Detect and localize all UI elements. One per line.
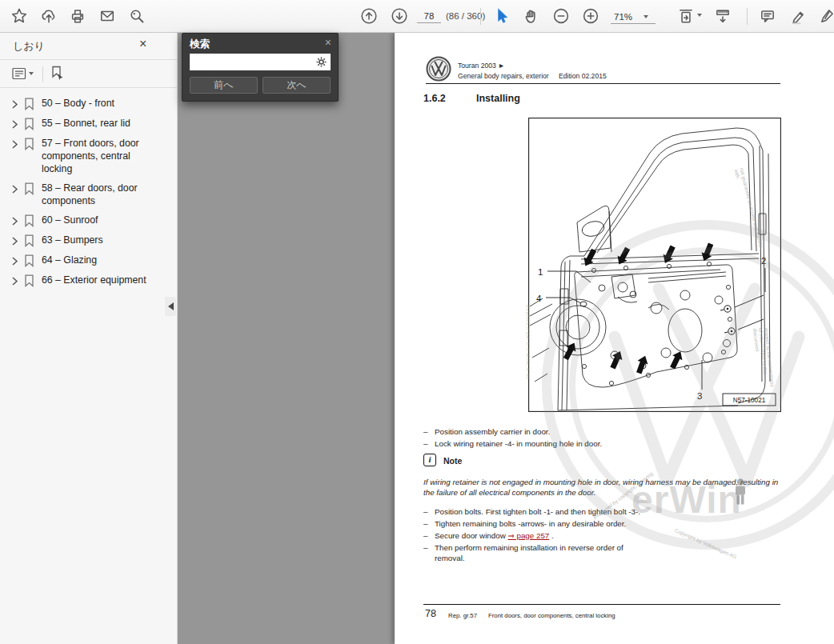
footer-rule — [423, 604, 780, 605]
zoom-out-icon[interactable] — [552, 7, 570, 25]
step-text: Lock wiring retainer -4- in mounting hol… — [435, 438, 602, 449]
chevron-right-icon[interactable] — [11, 257, 18, 266]
comment-icon[interactable] — [759, 7, 776, 25]
search-next-button[interactable]: 次へ — [263, 77, 331, 94]
step-item: – Then perform remaining installation in… — [423, 542, 664, 563]
close-icon[interactable]: × — [139, 37, 146, 51]
step-item: – Secure door window ⇒ page 257 . — [423, 530, 554, 541]
step-text: Position assembly carrier in door. — [435, 426, 550, 437]
search-icon[interactable] — [128, 7, 146, 25]
section-title: Installing — [476, 93, 520, 104]
step-item: – Position assembly carrier in door. — [423, 426, 550, 437]
bookmark-icon — [24, 138, 34, 150]
chevron-right-icon[interactable] — [11, 120, 18, 129]
page-fit-icon[interactable] — [677, 7, 695, 25]
section-number: 1.6.2 — [423, 93, 446, 104]
figure-callout-3: 3 — [697, 391, 702, 401]
chevron-down-icon[interactable] — [697, 14, 702, 17]
chevron-left-icon — [168, 302, 174, 310]
list-dash: – — [423, 530, 435, 541]
page-number-input[interactable] — [417, 9, 441, 23]
bookmark-icon — [24, 234, 34, 247]
figure-callout-1: 1 — [538, 267, 543, 277]
bookmark-item-63-bumpers[interactable]: 63 – Bumpers — [6, 234, 174, 247]
chevron-right-icon[interactable] — [11, 185, 18, 194]
figure-callout-2: 2 — [761, 256, 766, 266]
vw-logo — [426, 56, 451, 82]
bookmark-options-icon[interactable] — [12, 67, 26, 81]
step-text: Then perform remaining installation in r… — [435, 542, 641, 563]
zoom-level-dropdown[interactable]: 71% — [611, 10, 656, 24]
bookmark-item-50-body-front[interactable]: 50 – Body - front — [6, 97, 174, 110]
footer-chapter: Front doors, door components, central lo… — [488, 612, 615, 619]
bookmark-item-64-glazing[interactable]: 64 – Glazing — [6, 254, 174, 267]
bookmark-label: 58 – Rear doors, door components — [42, 182, 163, 207]
footer-repair-group: Rep. gr.57 — [448, 612, 477, 619]
bookmark-item-60-sunroof[interactable]: 60 – Sunroof — [6, 214, 174, 227]
next-page-button[interactable] — [391, 7, 408, 25]
page-257-link[interactable]: ⇒ page 257 — [508, 531, 550, 540]
bookmark-item-55-bonnet[interactable]: 55 – Bonnet, rear lid — [6, 117, 174, 130]
share-upload-icon[interactable] — [40, 7, 58, 25]
doc-header-edition: Edition 02.2015 — [559, 72, 607, 80]
bookmarks-panel-header: しおり × — [0, 33, 177, 60]
list-dash: – — [423, 426, 435, 437]
step-text: Position bolts. First tighten bolt -1- a… — [435, 506, 640, 517]
chevron-right-icon[interactable] — [11, 277, 18, 286]
sidebar-collapse-handle[interactable] — [165, 297, 176, 316]
bookmark-label: 60 – Sunroof — [42, 214, 98, 226]
watermark-text: Copyright by Volkswagen AG — [674, 527, 737, 559]
chevron-right-icon[interactable] — [11, 237, 18, 246]
toolbar-divider — [480, 8, 481, 25]
header-rule — [426, 83, 780, 84]
note-icon: i — [423, 454, 436, 466]
search-dialog-buttons: 前へ 次へ — [190, 77, 331, 94]
locate-bookmark-icon[interactable] — [50, 66, 65, 81]
door-assembly-figure: 1 2 3 4 N57-10021 — [528, 118, 781, 412]
print-icon[interactable] — [69, 7, 86, 25]
search-input[interactable] — [190, 54, 331, 70]
chevron-right-icon[interactable] — [11, 217, 18, 226]
bookmark-label: 50 – Body - front — [42, 97, 114, 110]
doc-header-subtitle: General body repairs, exterior — [458, 72, 549, 80]
chevron-right-icon[interactable] — [11, 140, 18, 149]
chevron-down-icon[interactable] — [29, 72, 34, 75]
bookmark-icon — [24, 274, 34, 287]
search-dialog-titlebar[interactable]: 検索 × — [182, 34, 338, 53]
page-count-label: (86 / 360) — [446, 11, 485, 21]
bookmark-item-58-rear-doors[interactable]: 58 – Rear doors, door components — [6, 182, 174, 207]
highlight-icon[interactable] — [789, 7, 807, 25]
previous-page-button[interactable] — [360, 7, 378, 25]
list-dash: – — [423, 506, 435, 517]
bookmarks-panel-title: しおり — [13, 39, 45, 54]
bookmark-label: 55 – Bonnet, rear lid — [42, 117, 130, 130]
search-input-wrap — [190, 54, 331, 70]
bookmark-item-66-exterior[interactable]: 66 – Exterior equipment — [6, 274, 174, 287]
search-dialog: 検索 × 前へ 次へ — [182, 33, 339, 102]
hand-tool-icon[interactable] — [523, 7, 540, 25]
step-text-pre: Secure door window — [435, 531, 508, 540]
star-icon[interactable] — [10, 7, 28, 25]
main-toolbar: (86 / 360) 71% — [0, 0, 834, 33]
bookmark-label: 64 – Glazing — [42, 254, 97, 266]
search-previous-button[interactable]: 前へ — [190, 77, 258, 94]
measure-icon[interactable] — [714, 7, 732, 25]
bookmark-icon — [24, 254, 34, 267]
bookmarks-panel: しおり × 50 – Body - front 55 – Bonnet, rea… — [0, 33, 178, 644]
step-item: – Position bolts. First tighten bolt -1-… — [423, 506, 640, 517]
close-icon[interactable]: × — [325, 36, 331, 49]
email-icon[interactable] — [98, 7, 116, 25]
figure-callout-4: 4 — [536, 294, 542, 303]
step-item: – Tighten remaining bolts -arrows- in an… — [423, 518, 626, 529]
step-text: Secure door window ⇒ page 257 . — [435, 530, 554, 541]
gear-icon[interactable] — [315, 56, 327, 68]
bookmark-icon — [24, 118, 34, 130]
search-dialog-title: 検索 — [190, 38, 210, 51]
chevron-right-icon[interactable] — [11, 100, 18, 109]
bookmark-item-57-front-doors[interactable]: 57 – Front doors, door components, centr… — [6, 137, 174, 175]
bookmark-icon — [24, 98, 34, 110]
step-item: – Lock wiring retainer -4- in mounting h… — [423, 438, 602, 449]
zoom-in-icon[interactable] — [582, 7, 599, 25]
fill-sign-icon[interactable] — [818, 7, 834, 25]
select-tool-icon[interactable] — [493, 7, 511, 25]
